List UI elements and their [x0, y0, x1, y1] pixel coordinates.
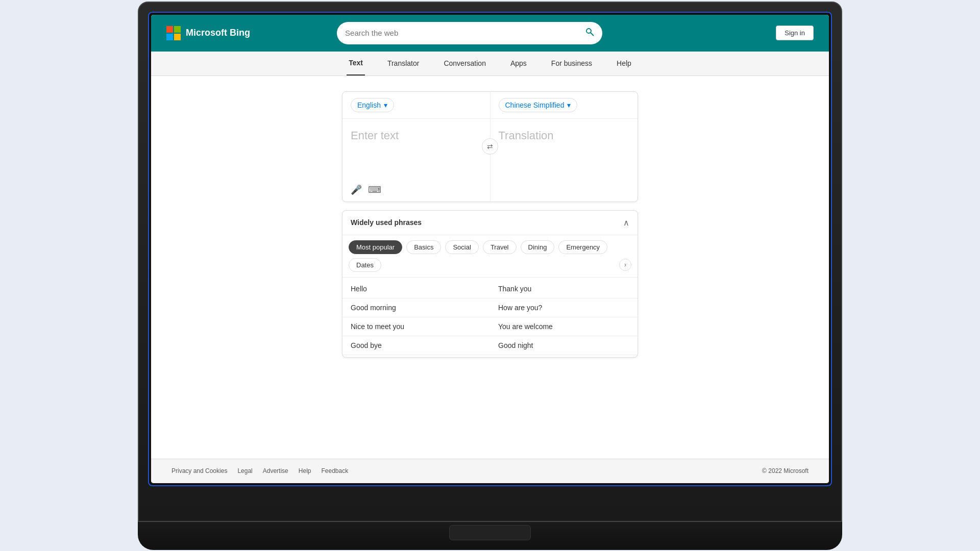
target-lang-header: Chinese Simplified ▾	[491, 92, 638, 119]
footer-copyright: © 2022 Microsoft	[762, 467, 808, 474]
phrase-hello[interactable]: Hello	[342, 280, 490, 298]
phrase-how-are-you[interactable]: How are you?	[490, 298, 638, 317]
laptop-lid: Microsoft Bing Sign in	[138, 2, 842, 522]
footer: Privacy and Cookies Legal Advertise Help…	[151, 459, 829, 483]
search-input[interactable]	[345, 29, 581, 37]
phrase-you-are-welcome[interactable]: You are welcome	[490, 317, 638, 336]
footer-privacy[interactable]: Privacy and Cookies	[172, 467, 227, 474]
footer-feedback[interactable]: Feedback	[321, 467, 348, 474]
footer-help[interactable]: Help	[299, 467, 311, 474]
main-content: English ▾ Enter text 🎤 ⌨	[151, 76, 829, 459]
swap-icon: ⇄	[487, 142, 493, 151]
cat-tab-most-popular[interactable]: Most popular	[349, 240, 402, 254]
phrases-list: Hello Thank you Good morning How are you…	[342, 278, 638, 357]
source-text-area[interactable]: Enter text	[342, 119, 490, 180]
nav-item-help[interactable]: Help	[615, 52, 633, 76]
source-lang-header: English ▾	[342, 92, 490, 119]
source-lang-select[interactable]: English ▾	[351, 98, 394, 112]
cat-tab-basics[interactable]: Basics	[406, 240, 441, 254]
search-button[interactable]	[585, 27, 594, 39]
translator-panels: English ▾ Enter text 🎤 ⌨	[342, 92, 638, 202]
nav-item-for-business[interactable]: For business	[549, 52, 594, 76]
search-icon	[585, 27, 594, 36]
categories-next-button[interactable]: ›	[619, 259, 631, 271]
translation-placeholder: Translation	[499, 129, 554, 142]
phrases-title: Widely used phrases	[351, 218, 422, 227]
phrase-good-morning[interactable]: Good morning	[342, 298, 490, 317]
target-text-area: Translation	[491, 119, 638, 180]
svg-rect-3	[174, 34, 181, 40]
nav-bar: Text Translator Conversation Apps For bu…	[151, 52, 829, 76]
svg-rect-2	[166, 34, 173, 40]
target-lang-chevron: ▾	[567, 101, 571, 109]
nav-item-translator[interactable]: Translator	[385, 52, 422, 76]
nav-item-conversation[interactable]: Conversation	[442, 52, 488, 76]
cat-tab-social[interactable]: Social	[445, 240, 478, 254]
source-placeholder: Enter text	[351, 129, 399, 142]
screen: Microsoft Bing Sign in	[151, 15, 829, 483]
microphone-icon[interactable]: 🎤	[351, 184, 362, 195]
phrase-nice-to-meet-you[interactable]: Nice to meet you	[342, 317, 490, 336]
source-panel: English ▾ Enter text 🎤 ⌨	[342, 92, 491, 202]
logo-text: Microsoft Bing	[186, 28, 250, 38]
svg-rect-1	[174, 26, 181, 33]
svg-rect-0	[166, 26, 173, 33]
svg-line-5	[591, 33, 593, 35]
source-lang-chevron: ▾	[384, 101, 387, 109]
footer-links: Privacy and Cookies Legal Advertise Help…	[172, 467, 762, 474]
nav-item-apps[interactable]: Apps	[508, 52, 529, 76]
trackpad	[449, 525, 531, 540]
phrase-good-night[interactable]: Good night	[490, 336, 638, 355]
search-bar	[337, 22, 602, 44]
logo-area: Microsoft Bing	[166, 26, 250, 40]
target-lang-label: Chinese Simplified	[505, 101, 565, 109]
target-lang-select[interactable]: Chinese Simplified ▾	[499, 98, 578, 112]
phrases-collapse-button[interactable]: ∧	[623, 218, 629, 228]
keyboard-icon[interactable]: ⌨	[368, 184, 381, 195]
phrases-header: Widely used phrases ∧	[342, 211, 638, 235]
input-tools: 🎤 ⌨	[342, 180, 490, 202]
header: Microsoft Bing Sign in	[151, 15, 829, 52]
cat-tab-emergency[interactable]: Emergency	[558, 240, 607, 254]
nav-item-text[interactable]: Text	[347, 52, 365, 76]
laptop-bottom-bezel	[138, 522, 842, 550]
source-lang-label: English	[357, 101, 381, 109]
phrase-thank-you[interactable]: Thank you	[490, 280, 638, 298]
bing-logo-icon	[166, 26, 181, 40]
category-tabs: Most popular Basics Social Travel Dining…	[342, 235, 638, 278]
phrases-section: Widely used phrases ∧ Most popular Basic…	[342, 210, 638, 358]
cat-tab-travel[interactable]: Travel	[483, 240, 517, 254]
footer-legal[interactable]: Legal	[237, 467, 252, 474]
screen-border: Microsoft Bing Sign in	[148, 12, 832, 486]
footer-advertise[interactable]: Advertise	[263, 467, 288, 474]
target-panel: Chinese Simplified ▾ Translation	[491, 92, 638, 202]
sign-in-button[interactable]: Sign in	[776, 26, 814, 40]
translator-container: English ▾ Enter text 🎤 ⌨	[342, 91, 638, 202]
phrase-good-bye[interactable]: Good bye	[342, 336, 490, 355]
cat-tab-dining[interactable]: Dining	[521, 240, 555, 254]
cat-tab-dates[interactable]: Dates	[349, 258, 381, 272]
laptop-shell: Microsoft Bing Sign in	[138, 2, 842, 550]
swap-languages-button[interactable]: ⇄	[482, 138, 498, 155]
